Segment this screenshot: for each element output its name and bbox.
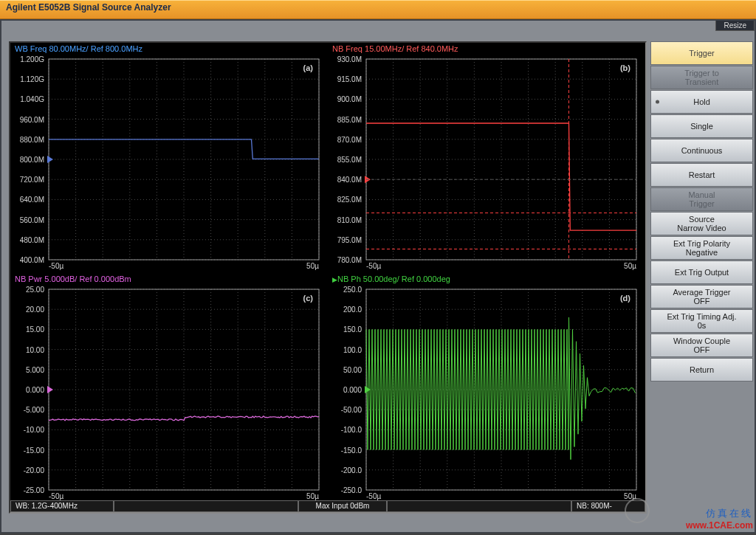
side-btn-manual-trigger: ManualTrigger <box>650 187 753 211</box>
side-btn-source-narrow-video[interactable]: SourceNarrow Video <box>650 212 753 235</box>
svg-text:795.0M: 795.0M <box>337 236 362 244</box>
svg-text:885.0M: 885.0M <box>337 116 362 124</box>
svg-text:(c): (c) <box>303 294 314 303</box>
btn-label: Trigger <box>689 49 714 58</box>
svg-text:200.0: 200.0 <box>343 306 362 314</box>
svg-text:800.0M: 800.0M <box>20 156 44 164</box>
btn-label: ManualTrigger <box>688 190 715 208</box>
svg-text:50µ: 50µ <box>624 492 636 500</box>
svg-text:640.0M: 640.0M <box>20 196 44 204</box>
svg-text:20.00: 20.00 <box>26 306 44 314</box>
side-btn-ext-trig-output[interactable]: Ext Trig Output <box>650 260 753 284</box>
btn-label: Hold <box>693 97 710 106</box>
status-nb: NB: 800M- <box>571 500 645 512</box>
chart-c: NB Pwr 5.000dB/ Ref 0.000dBm25.0020.0015… <box>10 273 326 502</box>
btn-label: Ext Trig PolarityNegative <box>673 239 730 257</box>
svg-text:50µ: 50µ <box>624 262 636 270</box>
svg-text:5.000: 5.000 <box>26 366 44 374</box>
svg-text:1.200G: 1.200G <box>20 55 44 63</box>
side-panel: TriggerTrigger toTransientHoldSingleCont… <box>650 41 753 382</box>
side-btn-ext-trig-polarity-negative[interactable]: Ext Trig PolarityNegative <box>650 236 753 260</box>
svg-text:50.00: 50.00 <box>343 366 362 374</box>
chart-title: ▶NB Ph 50.00deg/ Ref 0.000deg <box>332 275 450 283</box>
svg-text:855.0M: 855.0M <box>337 156 362 164</box>
svg-text:900.0M: 900.0M <box>337 95 362 103</box>
svg-text:780.0M: 780.0M <box>337 256 362 264</box>
window-title: Agilent E5052B Signal Source Analyzer <box>6 2 171 13</box>
chart-d: ▶NB Ph 50.00deg/ Ref 0.000deg250.0200.01… <box>328 273 644 502</box>
svg-text:870.0M: 870.0M <box>337 136 362 144</box>
btn-label: Ext Trig Timing Adj.0s <box>667 312 736 330</box>
svg-text:50µ: 50µ <box>306 492 319 500</box>
svg-text:-200.0: -200.0 <box>341 466 362 474</box>
side-btn-window-couple-off[interactable]: Window CoupleOFF <box>650 334 753 357</box>
svg-text:-25.00: -25.00 <box>24 486 45 494</box>
chart-b: NB Freq 15.00MHz/ Ref 840.0MHz930.0M915.… <box>328 43 644 272</box>
side-btn-single[interactable]: Single <box>650 114 753 138</box>
status-max-input: Max Input 0dBm <box>298 500 387 512</box>
chart-a: WB Freq 80.00MHz/ Ref 800.0MHz1.200G1.12… <box>10 43 326 272</box>
svg-text:150.0: 150.0 <box>343 325 362 334</box>
svg-text:100.0: 100.0 <box>343 346 362 354</box>
active-dot-icon <box>656 100 659 104</box>
svg-text:(a): (a) <box>303 63 314 72</box>
svg-text:960.0M: 960.0M <box>20 116 44 124</box>
svg-text:-100.0: -100.0 <box>341 426 362 434</box>
btn-label: Single <box>690 122 713 131</box>
svg-text:15.00: 15.00 <box>26 325 44 334</box>
svg-text:480.0M: 480.0M <box>20 236 44 244</box>
svg-text:1.040G: 1.040G <box>20 95 44 103</box>
svg-text:915.0M: 915.0M <box>337 75 362 83</box>
svg-text:0.000: 0.000 <box>343 386 362 394</box>
side-btn-average-trigger-off[interactable]: Average TriggerOFF <box>650 285 753 308</box>
side-btn-trigger[interactable]: Trigger <box>650 41 753 65</box>
svg-text:-150.0: -150.0 <box>341 446 362 455</box>
svg-text:840.0M: 840.0M <box>337 176 362 184</box>
svg-text:-50µ: -50µ <box>366 492 381 500</box>
side-btn-continuous[interactable]: Continuous <box>650 139 753 162</box>
btn-label: Window CoupleOFF <box>673 336 730 354</box>
svg-marker-37 <box>47 156 53 163</box>
svg-text:400.0M: 400.0M <box>20 256 44 264</box>
svg-text:560.0M: 560.0M <box>20 216 44 224</box>
side-btn-restart[interactable]: Restart <box>650 163 753 187</box>
svg-text:0.000: 0.000 <box>26 386 44 394</box>
svg-text:(d): (d) <box>620 294 630 303</box>
main-frame: Resize WB: 1.2G-400MHz Max Input 0dBm NB… <box>0 19 756 534</box>
svg-text:25.00: 25.00 <box>26 286 44 294</box>
svg-text:720.0M: 720.0M <box>20 176 44 184</box>
plot-area: WB: 1.2G-400MHz Max Input 0dBm NB: 800M-… <box>9 41 647 514</box>
side-btn-hold[interactable]: Hold <box>650 90 753 114</box>
status-bar: WB: 1.2G-400MHz Max Input 0dBm NB: 800M- <box>10 500 645 512</box>
side-btn-return[interactable]: Return <box>650 358 753 382</box>
svg-text:930.0M: 930.0M <box>337 55 362 63</box>
svg-text:250.0: 250.0 <box>343 286 362 294</box>
watermark: 仿真在线 www.1CAE.com <box>686 507 753 531</box>
svg-text:-20.00: -20.00 <box>24 466 45 474</box>
watermark-url: www.1CAE.com <box>686 520 753 531</box>
resize-button[interactable]: Resize <box>715 21 755 31</box>
side-btn-ext-trig-timing-adj-0s[interactable]: Ext Trig Timing Adj.0s <box>650 309 753 333</box>
svg-text:10.00: 10.00 <box>26 346 44 354</box>
svg-text:825.0M: 825.0M <box>337 196 362 204</box>
svg-text:-50µ: -50µ <box>366 262 381 270</box>
btn-label: SourceNarrow Video <box>677 215 726 232</box>
btn-label: Return <box>690 365 714 374</box>
svg-text:(b): (b) <box>620 63 630 72</box>
btn-label: Continuous <box>681 146 723 155</box>
chart-svg: 250.0200.0150.0100.050.000.000-50.00-100… <box>328 285 644 502</box>
watermark-cn: 仿真在线 <box>686 507 753 520</box>
status-wb: WB: 1.2G-400MHz <box>10 500 114 512</box>
chart-title: NB Pwr 5.000dB/ Ref 0.000dBm <box>15 275 131 283</box>
svg-text:50µ: 50µ <box>306 262 319 270</box>
status-spacer-2 <box>387 500 571 512</box>
svg-text:-10.00: -10.00 <box>24 426 45 434</box>
chart-svg: 930.0M915.0M900.0M885.0M870.0M855.0M840.… <box>328 55 644 272</box>
side-btn-trigger-to-transient: Trigger toTransient <box>650 66 753 89</box>
window-title-bar: Agilent E5052B Signal Source Analyzer <box>0 0 756 19</box>
svg-text:810.0M: 810.0M <box>337 216 362 224</box>
svg-marker-117 <box>47 386 53 393</box>
btn-label: Ext Trig Output <box>675 268 729 277</box>
btn-label: Trigger toTransient <box>684 69 719 86</box>
chart-svg: 1.200G1.120G1.040G960.0M880.0M800.0M720.… <box>10 55 326 272</box>
